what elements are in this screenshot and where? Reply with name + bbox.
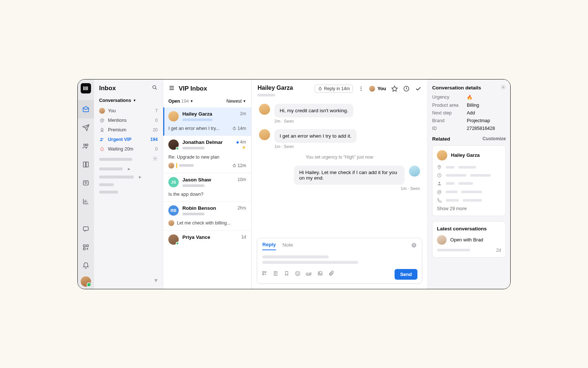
nav-contacts[interactable] <box>78 137 94 155</box>
detail-value: 27285816428 <box>467 126 495 131</box>
thread-contact-name: Hailey Garza <box>258 85 293 91</box>
svg-rect-26 <box>263 272 264 273</box>
message-row-agent: Hi Hailey. Let me check if I can add it … <box>259 166 420 185</box>
emoji-button[interactable] <box>295 270 301 278</box>
note-tab[interactable]: Note <box>283 242 293 250</box>
detail-row[interactable]: Product areaBilling <box>432 103 506 108</box>
emoji-icon <box>295 270 301 276</box>
help-button[interactable]: ? <box>411 243 417 249</box>
conversations-dropdown[interactable]: Conversations ▼ <box>94 96 163 106</box>
image-button[interactable] <box>317 270 323 278</box>
sidebar-item-label: Waiting 20m <box>108 146 133 152</box>
status-filter[interactable]: Open 194 ▼ <box>168 99 193 104</box>
attachment-button[interactable] <box>328 270 334 278</box>
sidebar-item-you[interactable]: You 7 <box>94 106 163 116</box>
message-list: Hi, my credit card isn't working. 2m · S… <box>252 100 427 238</box>
detail-row[interactable]: BrandProjectmap <box>432 118 506 123</box>
nav-articles[interactable] <box>78 155 94 174</box>
detail-value: Add <box>467 110 475 116</box>
placeholder <box>179 164 194 167</box>
assignee-avatar <box>168 220 174 226</box>
app-logo[interactable] <box>81 83 91 93</box>
message-bubble: Hi, my credit card isn't working. <box>274 104 353 117</box>
svg-point-22 <box>361 90 361 91</box>
message-icon <box>82 225 90 233</box>
sidebar-item-urgent-vip[interactable]: Urgent VIP 194 <box>94 135 163 144</box>
svg-rect-7 <box>83 227 88 230</box>
close-conversation-button[interactable] <box>415 85 421 92</box>
detail-row[interactable]: ID27285816428 <box>432 126 506 131</box>
nav-apps[interactable] <box>78 238 94 256</box>
sidebar-item-label: Urgent VIP <box>108 137 132 142</box>
search-button[interactable] <box>152 85 158 92</box>
bookmark-button[interactable] <box>284 270 290 278</box>
check-icon <box>415 85 421 92</box>
latest-item[interactable]: Open with Brad <box>437 235 501 245</box>
kebab-icon <box>358 86 364 92</box>
more-button[interactable] <box>358 86 364 92</box>
conversation-item[interactable]: Jonathan Delmar 4m★ Re: Upgrade to new p… <box>163 136 251 173</box>
contact-name: Priya Vance <box>182 234 238 240</box>
detail-row[interactable]: Next stepAdd <box>432 110 506 116</box>
preview-text: I get an error when I try... <box>168 126 220 131</box>
conversation-item[interactable]: JS Jason Shaw 10m Is the app down? <box>163 173 251 202</box>
detail-key: Next step <box>432 110 463 116</box>
detail-row[interactable]: Urgency🔥 <box>432 95 506 100</box>
insert-macro-button[interactable] <box>262 270 267 278</box>
customize-link[interactable]: Customize <box>483 136 506 141</box>
conversation-list: VIP Inbox Open 194 ▼ Newest ▼ Hailey Gar… <box>163 79 252 289</box>
nav-messages[interactable] <box>78 220 94 238</box>
svg-rect-28 <box>263 274 264 275</box>
bookmark-icon <box>284 270 290 276</box>
show-more-link[interactable]: Show 29 more <box>437 206 501 211</box>
timestamp: 2m <box>240 111 246 116</box>
avatar: JS <box>168 177 179 187</box>
nav-inbox[interactable] <box>78 100 94 118</box>
chevron-down-icon: ▼ <box>243 99 246 103</box>
composer-input[interactable] <box>257 250 422 266</box>
message-bubble: Hi Hailey. Let me check if I can add it … <box>294 166 405 185</box>
gear-icon[interactable] <box>153 156 158 163</box>
insert-article-button[interactable] <box>273 270 279 278</box>
star-button[interactable] <box>391 85 398 92</box>
svg-point-12 <box>101 128 103 130</box>
conversation-item[interactable]: RB Robin Benson 2hrs Let me check with b… <box>163 202 251 231</box>
nav-notifications[interactable] <box>78 256 94 275</box>
sidebar-item-mentions[interactable]: @ Mentions 0 <box>94 116 163 125</box>
svg-rect-33 <box>318 272 322 275</box>
latest-conversations-card: Latest conversations Open with Brad 2d <box>432 221 506 258</box>
settings-button[interactable] <box>501 85 506 91</box>
favorite-icon[interactable]: ♥ <box>94 277 163 285</box>
reply-tab[interactable]: Reply <box>262 242 276 250</box>
newspaper-icon <box>82 179 90 187</box>
nav-reports[interactable] <box>78 192 94 210</box>
sidebar-item-waiting[interactable]: Waiting 20m 0 <box>94 144 163 154</box>
sidebar-placeholder[interactable]: ▶ <box>94 165 163 173</box>
send-button[interactable]: Send <box>395 269 417 280</box>
svg-rect-9 <box>87 245 88 247</box>
subject-placeholder <box>182 184 204 187</box>
status-label: Open <box>168 99 180 104</box>
unread-dot-icon <box>237 141 239 144</box>
latest-item-label: Open with Brad <box>450 237 483 243</box>
message-bubble: I get an error when I try to add it. <box>274 129 357 143</box>
my-avatar[interactable] <box>81 276 91 287</box>
nav-send[interactable] <box>78 118 94 137</box>
contact-field <box>437 198 501 203</box>
menu-button[interactable] <box>168 85 175 93</box>
hamburger-icon <box>168 85 175 91</box>
conversation-item[interactable]: Hailey Garza 2m I get an error when I tr… <box>163 107 251 136</box>
conversation-item[interactable]: Priya Vance 1d <box>163 231 251 249</box>
sla-pill[interactable]: Reply in 14m <box>315 85 353 93</box>
snooze-button[interactable] <box>403 85 410 92</box>
sidebar-placeholder[interactable]: ▶ <box>94 173 163 181</box>
sort-dropdown[interactable]: Newest ▼ <box>226 99 246 104</box>
sidebar-item-premium[interactable]: Premium 20 <box>94 125 163 135</box>
assignee-selector[interactable]: You <box>369 86 386 92</box>
timestamp: 10m <box>238 177 246 182</box>
count-badge: 20 <box>153 127 158 132</box>
clock-alert-icon <box>99 146 105 152</box>
nav-news[interactable] <box>78 174 94 192</box>
gif-button[interactable]: GIF <box>306 272 312 276</box>
related-contact-name[interactable]: Hailey Garza <box>451 152 480 158</box>
